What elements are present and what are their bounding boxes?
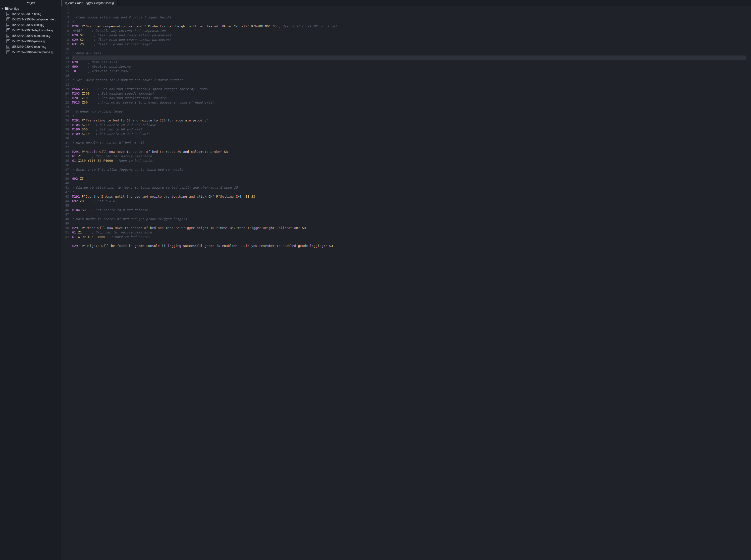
line-number: 44 (65, 199, 69, 203)
code-line[interactable]: M291 P"Preheating to bed to 60 and nozzl… (72, 118, 746, 123)
line-number: 10 (65, 46, 69, 51)
code-line[interactable]: ; Dialog to allow user to jog z to touch… (72, 185, 746, 190)
code-line[interactable]: ; Clear compensation map and Z probe tri… (72, 15, 746, 20)
tree-file-item[interactable]: 1552239493040-retractprobe.g (0, 49, 61, 55)
line-number-gutter: 1234567891011121314151617181920212223242… (61, 6, 72, 560)
tree-file-item[interactable]: 1552239493039-config.g (0, 22, 61, 27)
tree-file-item[interactable]: 1552239493039-deployprobe.g (0, 27, 61, 33)
code-line[interactable]: ; Preheat to probing temps (72, 109, 746, 114)
tree-file-item[interactable]: 1552239493037-bed.g (0, 11, 61, 17)
code-line[interactable]: M291 P"Grid bed compensation map and Z P… (72, 24, 746, 28)
tree-file-label: 1552239493040-retractprobe.g (12, 51, 53, 54)
line-number: 15 (65, 69, 69, 74)
line-number: 45 (65, 203, 69, 208)
code-line[interactable]: ;M561 ; Disable any current bed compensa… (72, 28, 746, 33)
code-line[interactable]: T0 ; Activate first tool (72, 69, 746, 74)
line-number: 31 (65, 141, 69, 145)
line-number: 48 (65, 217, 69, 221)
line-number: 21 (65, 96, 69, 100)
code-line[interactable]: ; (72, 82, 746, 87)
code-line[interactable]: ; home all axis (72, 51, 746, 56)
code-line[interactable]: ; (72, 190, 746, 194)
code-line[interactable]: ; (72, 221, 746, 226)
code-line[interactable]: G1 Z1 ; Drop bed for nozzle clearance (72, 154, 746, 159)
code-line[interactable]: ; Move probe to center of bed and get pr… (72, 217, 746, 221)
code-line[interactable]: G92 Z5 (72, 177, 746, 181)
line-number: 20 (65, 91, 69, 96)
code-content[interactable]: ; Clear compensation map and Z probe tri… (72, 6, 751, 560)
file-icon (6, 12, 10, 16)
code-line[interactable]: G1 Z1 ; Drop bed for nozzle clearance (72, 230, 746, 235)
line-number: 9 (65, 42, 69, 46)
code-line[interactable]: G29 S2 ; Clear mesh bed compensation par… (72, 38, 746, 42)
code-line[interactable] (72, 46, 746, 51)
code-line[interactable]: M291 P"Probe will now move to center of … (72, 226, 746, 230)
code-line[interactable] (72, 203, 746, 208)
code-line[interactable]: ; Reset z to 5 to allow jogging up to to… (72, 167, 746, 172)
code-line[interactable]: G29 S2 ; Clear mesh bed compensation par… (72, 33, 746, 38)
code-line[interactable]: ; (72, 20, 746, 24)
code-line[interactable]: G1 X190 Y90 F4000 ; Move to bed center (72, 235, 746, 239)
code-line[interactable] (72, 181, 746, 185)
code-line[interactable]: M109 S210 ; Set nozzle to 210 and wait (72, 132, 746, 136)
code-line[interactable]: G28 ; Home all axis (72, 60, 746, 64)
line-number: 43 (65, 194, 69, 199)
code-line[interactable] (72, 163, 746, 167)
line-number: 2 (65, 11, 69, 15)
code-line[interactable] (72, 136, 746, 141)
code-line[interactable]: M291 P"Heights will be found in gcode co… (72, 244, 746, 248)
code-line[interactable]: M291 P"Nozzle will now move to center of… (72, 149, 746, 154)
tree-file-item[interactable]: 1552239493039-homedelta.g (0, 33, 61, 39)
code-line[interactable]: M104 S210 ; Set nozzle to 210 and releas… (72, 123, 746, 127)
code-line[interactable]: M190 S60 ; Set bed to 60 and wait (72, 127, 746, 132)
tree-file-label: 1552239493038-config-override.g (12, 18, 56, 21)
code-line[interactable]: ; Move nozzle to center of bed at z10 (72, 141, 746, 145)
tree-folder-configs[interactable]: configs (0, 6, 61, 11)
project-panel-title[interactable]: Project (0, 0, 61, 6)
code-editor[interactable]: 1234567891011121314151617181920212223242… (61, 6, 751, 560)
line-number: 34 (65, 154, 69, 159)
code-line[interactable] (72, 239, 746, 244)
tree-file-label: 1552239493040-pause.g (12, 40, 44, 43)
code-line[interactable]: ; Set lower speeds for Z homing and lowe… (72, 78, 746, 82)
line-number: 19 (65, 87, 69, 91)
code-line[interactable]: M104 S0 ; Set nozzle to 0 and release (72, 208, 746, 212)
tab-title: 0_Auto Probe Trigger Height Assist.g (65, 1, 114, 5)
code-line[interactable]: M203 Z300 ; Set maximum speeds (mm/min) (72, 91, 746, 96)
line-number: 23 (65, 105, 69, 109)
folder-icon (5, 7, 8, 10)
line-number: 33 (65, 149, 69, 154)
code-line[interactable]: G1 X150 Y110 Z2 F4000 ; Move to bed cent… (72, 159, 746, 163)
line-number: 12 (65, 56, 69, 60)
code-line[interactable]: G90 ; Absolute positioning (72, 64, 746, 69)
line-number: 1 (65, 6, 69, 11)
editor-tab-active[interactable]: 0_Auto Probe Trigger Height Assist.g (61, 0, 118, 6)
tree-file-item[interactable]: 1552239493040-resume.g (0, 44, 61, 49)
main: configs 1552239493037-bed.g1552239493038… (0, 6, 751, 560)
line-number: 27 (65, 123, 69, 127)
code-line[interactable]: ; (72, 114, 746, 118)
line-number: 4 (65, 20, 69, 24)
line-number: 51 (65, 230, 69, 235)
tree-file-item[interactable]: 1552239493038-config-override.g (0, 17, 61, 22)
code-line[interactable]: G31 Z0 ; Reset Z probe trigger height (72, 42, 746, 46)
line-number: 6 (65, 28, 69, 33)
code-line[interactable]: M201 Z10 ; Set maximum accelerations (mm… (72, 96, 746, 100)
line-number: 28 (65, 127, 69, 132)
line-number: 26 (65, 118, 69, 123)
code-line[interactable]: ; (72, 145, 746, 149)
code-line[interactable]: ; (72, 56, 746, 60)
code-line[interactable] (72, 212, 746, 217)
line-number: 42 (65, 190, 69, 194)
code-line[interactable]: ; (72, 172, 746, 177)
code-line[interactable]: M566 Z10 ; Set maximum instantaneous spe… (72, 87, 746, 91)
tree-file-item[interactable]: 1552239493040-pause.g (0, 39, 61, 44)
code-line[interactable] (72, 74, 746, 78)
code-line[interactable]: M291 P"Jog the Z Axis until the bed and … (72, 194, 746, 199)
line-number: 14 (65, 64, 69, 69)
file-tree[interactable]: configs 1552239493037-bed.g1552239493038… (0, 6, 61, 560)
code-line[interactable] (72, 105, 746, 109)
code-line[interactable]: M913 Z60 ; Drop motor current to prevent… (72, 100, 746, 105)
line-number: 25 (65, 114, 69, 118)
code-line[interactable]: G92 Z0 ; Set z = 0 (72, 199, 746, 203)
